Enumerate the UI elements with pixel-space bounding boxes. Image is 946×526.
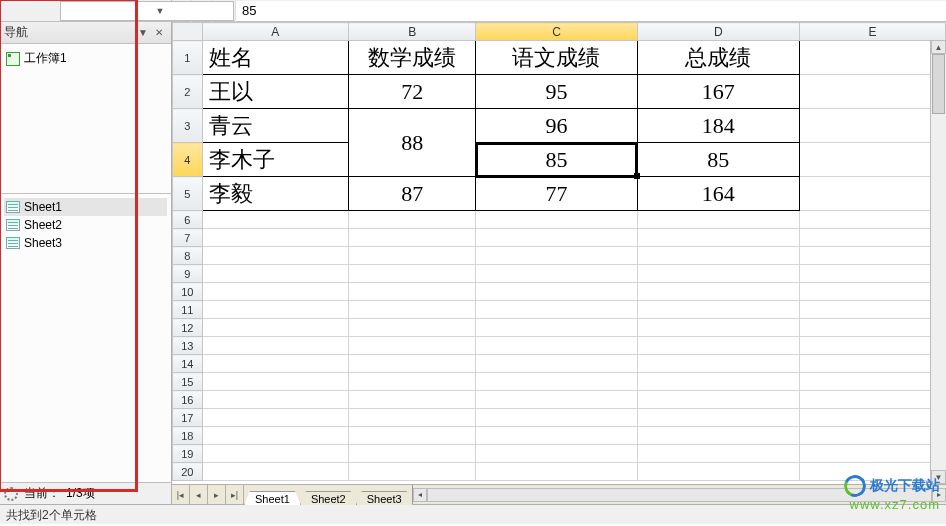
- cell-A6[interactable]: [202, 211, 349, 229]
- cell-B3-merged[interactable]: 88: [349, 109, 476, 177]
- name-box[interactable]: [60, 1, 234, 21]
- row-header-13[interactable]: 13: [173, 337, 203, 355]
- cell-D12[interactable]: [637, 319, 800, 337]
- namebox-dropdown-icon[interactable]: ▼: [153, 6, 167, 16]
- tab-first-icon[interactable]: |◂: [172, 485, 190, 504]
- cell-E3[interactable]: [800, 109, 946, 143]
- cell-A9[interactable]: [202, 265, 349, 283]
- cell-C9[interactable]: [476, 265, 637, 283]
- nav-sheet-item[interactable]: Sheet3: [4, 234, 167, 252]
- cell-A10[interactable]: [202, 283, 349, 301]
- cell-E11[interactable]: [800, 301, 946, 319]
- cell-A3[interactable]: 青云: [202, 109, 349, 143]
- row-header-10[interactable]: 10: [173, 283, 203, 301]
- scroll-left-icon[interactable]: ◂: [413, 488, 427, 502]
- cell-D15[interactable]: [637, 373, 800, 391]
- nav-menu-icon[interactable]: ▼: [135, 27, 151, 38]
- cell-C6[interactable]: [476, 211, 637, 229]
- cell-E14[interactable]: [800, 355, 946, 373]
- cell-D14[interactable]: [637, 355, 800, 373]
- row-header-6[interactable]: 6: [173, 211, 203, 229]
- cell-E1[interactable]: [800, 41, 946, 75]
- col-header-A[interactable]: A: [202, 23, 349, 41]
- cell-C17[interactable]: [476, 409, 637, 427]
- cell-B8[interactable]: [349, 247, 476, 265]
- cell-B10[interactable]: [349, 283, 476, 301]
- row-header-2[interactable]: 2: [173, 75, 203, 109]
- cell-B20[interactable]: [349, 463, 476, 481]
- cell-A15[interactable]: [202, 373, 349, 391]
- vertical-scrollbar[interactable]: ▲ ▼: [930, 40, 946, 484]
- cell-B19[interactable]: [349, 445, 476, 463]
- nav-sheet-item[interactable]: Sheet2: [4, 216, 167, 234]
- formula-input[interactable]: [236, 1, 946, 21]
- cell-A8[interactable]: [202, 247, 349, 265]
- cell-A7[interactable]: [202, 229, 349, 247]
- cell-E16[interactable]: [800, 391, 946, 409]
- cell-E15[interactable]: [800, 373, 946, 391]
- cell-C15[interactable]: [476, 373, 637, 391]
- cell-E8[interactable]: [800, 247, 946, 265]
- cell-C5[interactable]: 77: [476, 177, 637, 211]
- row-header-8[interactable]: 8: [173, 247, 203, 265]
- grid[interactable]: ABCDE1姓名数学成绩语文成绩总成绩2王以72951673青云88961844…: [172, 22, 946, 484]
- select-all-corner[interactable]: [173, 23, 203, 41]
- row-header-5[interactable]: 5: [173, 177, 203, 211]
- cell-D13[interactable]: [637, 337, 800, 355]
- cell-C3[interactable]: 96: [476, 109, 637, 143]
- cell-D5[interactable]: 164: [637, 177, 800, 211]
- cell-C12[interactable]: [476, 319, 637, 337]
- horizontal-scrollbar[interactable]: ◂ ▸: [412, 485, 946, 504]
- cell-B7[interactable]: [349, 229, 476, 247]
- sheet-tab-Sheet3[interactable]: Sheet3: [356, 491, 413, 505]
- cell-C16[interactable]: [476, 391, 637, 409]
- cell-E4[interactable]: [800, 143, 946, 177]
- cell-A11[interactable]: [202, 301, 349, 319]
- cell-E12[interactable]: [800, 319, 946, 337]
- cell-A18[interactable]: [202, 427, 349, 445]
- hscroll-track[interactable]: [427, 488, 932, 502]
- col-header-E[interactable]: E: [800, 23, 946, 41]
- cell-D7[interactable]: [637, 229, 800, 247]
- cell-D10[interactable]: [637, 283, 800, 301]
- cell-B1[interactable]: 数学成绩: [349, 41, 476, 75]
- cell-A2[interactable]: 王以: [202, 75, 349, 109]
- cell-B18[interactable]: [349, 427, 476, 445]
- scroll-up-icon[interactable]: ▲: [931, 40, 946, 54]
- cell-B5[interactable]: 87: [349, 177, 476, 211]
- cell-E17[interactable]: [800, 409, 946, 427]
- cell-C1[interactable]: 语文成绩: [476, 41, 637, 75]
- cell-A12[interactable]: [202, 319, 349, 337]
- cell-C14[interactable]: [476, 355, 637, 373]
- cell-C10[interactable]: [476, 283, 637, 301]
- cell-C2[interactable]: 95: [476, 75, 637, 109]
- row-header-3[interactable]: 3: [173, 109, 203, 143]
- cell-B6[interactable]: [349, 211, 476, 229]
- row-header-20[interactable]: 20: [173, 463, 203, 481]
- cell-D4[interactable]: 85: [637, 143, 800, 177]
- cell-E10[interactable]: [800, 283, 946, 301]
- tab-prev-icon[interactable]: ◂: [190, 485, 208, 504]
- cell-B17[interactable]: [349, 409, 476, 427]
- cell-D18[interactable]: [637, 427, 800, 445]
- cell-C4[interactable]: 85: [476, 143, 637, 177]
- col-header-B[interactable]: B: [349, 23, 476, 41]
- cell-D6[interactable]: [637, 211, 800, 229]
- cell-D19[interactable]: [637, 445, 800, 463]
- nav-sheet-item[interactable]: Sheet1: [4, 198, 167, 216]
- gear-icon[interactable]: [4, 487, 18, 501]
- cell-E18[interactable]: [800, 427, 946, 445]
- cell-E6[interactable]: [800, 211, 946, 229]
- cell-A14[interactable]: [202, 355, 349, 373]
- cell-E9[interactable]: [800, 265, 946, 283]
- cell-D3[interactable]: 184: [637, 109, 800, 143]
- cell-B15[interactable]: [349, 373, 476, 391]
- cell-B9[interactable]: [349, 265, 476, 283]
- cell-A5[interactable]: 李毅: [202, 177, 349, 211]
- vscroll-thumb[interactable]: [932, 54, 945, 114]
- cell-E5[interactable]: [800, 177, 946, 211]
- cell-E7[interactable]: [800, 229, 946, 247]
- tab-next-icon[interactable]: ▸: [208, 485, 226, 504]
- sheet-tab-Sheet2[interactable]: Sheet2: [300, 491, 357, 505]
- row-header-4[interactable]: 4: [173, 143, 203, 177]
